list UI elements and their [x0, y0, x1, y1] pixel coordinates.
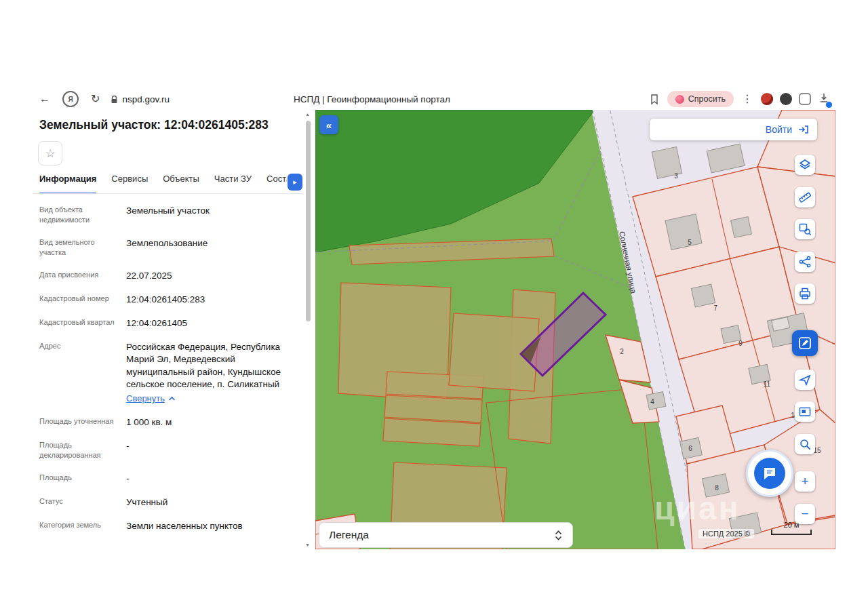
parcel-number: 4 [650, 398, 654, 406]
print-button[interactable] [795, 283, 815, 304]
parcel-info-panel: Земельный участок: 12:04:0261405:283 ☆ И… [33, 110, 312, 549]
ask-label: Спросить [688, 94, 726, 104]
scale-label: 20 м [771, 521, 812, 529]
refresh-icon[interactable]: ↻ [84, 94, 106, 104]
extension-icon[interactable] [799, 93, 811, 105]
parcel-number: 6 [688, 445, 692, 452]
row-label: Кадастровый номер [39, 294, 119, 306]
tab-information[interactable]: Информация [39, 174, 96, 194]
browser-logo-icon[interactable]: Я [62, 91, 79, 107]
info-row: Площадь - [39, 473, 304, 485]
share-button[interactable] [795, 252, 815, 272]
address-bar[interactable]: nspd.gov.ru [111, 94, 170, 104]
bookmark-icon[interactable] [648, 93, 660, 105]
sort-chevrons-icon [554, 530, 563, 541]
magnifier-icon [798, 437, 812, 451]
row-value: 22.07.2025 [126, 270, 297, 282]
panel-title: Земельный участок: 12:04:0261405:283 [33, 110, 312, 133]
parcel-number: 7 [713, 304, 717, 312]
row-value: Земельный участок [126, 205, 297, 226]
login-icon [797, 124, 809, 135]
info-row: Вид объекта недвижимости Земельный участ… [39, 205, 304, 226]
overview-map-button[interactable] [795, 401, 815, 422]
row-label: Категория земель [39, 520, 119, 532]
scroll-up-icon[interactable]: ▲ [305, 112, 310, 117]
row-value: 12:04:0261405:283 [126, 294, 297, 306]
parcel-number: 2 [620, 348, 624, 355]
tabs-divider [33, 193, 304, 194]
chat-fab-button[interactable] [746, 450, 793, 497]
zoom-in-button[interactable]: + [795, 471, 815, 492]
map-container: Солнечная улица циан 3 5 7 2 9 11 4 1 6 … [315, 110, 835, 549]
page-title: НСПД | Геоинформационный портал [294, 88, 450, 110]
row-value: Земли населенных пунктов [126, 520, 297, 532]
url-text: nspd.gov.ru [122, 94, 170, 104]
chevron-right-icon: ▸ [293, 178, 297, 186]
object-search-button[interactable] [795, 219, 815, 239]
tab-objects[interactable]: Объекты [163, 174, 199, 194]
panel-scrollbar[interactable]: ▲ ▼ [304, 111, 311, 548]
row-value: - [126, 473, 297, 485]
print-icon [798, 287, 812, 300]
info-row: Площадь декларированная - [39, 440, 304, 461]
info-row: Категория земель Земли населенных пункто… [39, 520, 304, 532]
info-row: Статус Учтенный [39, 496, 304, 509]
feedback-draw-button[interactable] [792, 330, 818, 356]
row-label: Вид земельного участка [39, 237, 119, 258]
collapse-panel-button[interactable]: « [319, 115, 338, 134]
legend-dropdown[interactable]: Легенда [319, 522, 573, 548]
layers-button[interactable] [795, 155, 815, 175]
share-icon [798, 255, 812, 269]
navigation-arrow-icon [798, 373, 812, 387]
row-value: Землепользование [126, 237, 297, 258]
collapse-address-link[interactable]: Свернуть [126, 393, 165, 405]
object-search-icon [798, 222, 812, 236]
back-icon[interactable]: ← [33, 94, 57, 104]
scrollbar-thumb[interactable] [306, 121, 311, 321]
map-attribution: НСПД 2025 © [698, 529, 754, 538]
tabs-next-button[interactable]: ▸ [288, 174, 302, 191]
locate-button[interactable] [795, 370, 815, 390]
overview-map-icon [798, 405, 812, 418]
tab-composition[interactable]: Соста [267, 174, 287, 194]
row-label: Статус [39, 496, 119, 509]
info-row-address: Адрес Российская Федерация, Республика М… [39, 341, 304, 404]
ruler-icon [798, 191, 812, 204]
info-rows: Вид объекта недвижимости Земельный участ… [39, 205, 304, 544]
info-row: Площадь уточненная 1 000 кв. м [39, 416, 304, 429]
row-value: 12:04:0261405 [126, 317, 297, 330]
info-row: Вид земельного участка Землепользование [39, 237, 304, 258]
browser-window: ← Я ↻ nspd.gov.ru НСПД | Геоинформационн… [33, 88, 835, 549]
row-label: Дата присвоения [39, 270, 119, 282]
parcel-number: 9 [738, 340, 743, 347]
chat-bubble-icon [762, 465, 778, 481]
address-value: Российская Федерация, Республика Марий Э… [126, 342, 281, 389]
tab-parts[interactable]: Части ЗУ [214, 174, 252, 194]
scale-bar: 20 м [771, 521, 812, 535]
info-row: Дата присвоения 22.07.2025 [39, 270, 304, 282]
parcel-number: 1 [791, 412, 795, 419]
legend-label: Легенда [329, 529, 369, 541]
parcel-number: 8 [715, 484, 719, 492]
extension-icon[interactable] [780, 93, 792, 105]
parcel-number: 5 [688, 239, 692, 246]
info-row: Кадастровый номер 12:04:0261405:283 [39, 294, 304, 306]
layers-icon [798, 158, 812, 172]
ask-button[interactable]: Спросить [667, 91, 734, 107]
measure-button[interactable] [795, 187, 815, 207]
row-label: Кадастровый квартал [39, 317, 119, 330]
extension-icon[interactable] [761, 93, 773, 105]
login-button[interactable]: Войти [650, 119, 817, 140]
tab-bar: Информация Сервисы Объекты Части ЗУ Сост… [39, 174, 287, 194]
favorite-button[interactable]: ☆ [38, 141, 62, 165]
row-value: 1 000 кв. м [126, 416, 297, 429]
row-label: Вид объекта недвижимости [39, 205, 119, 226]
menu-dots-icon[interactable]: ⋮ [741, 94, 754, 104]
scale-line [771, 530, 812, 535]
zoom-area-button[interactable] [795, 434, 815, 454]
downloads-icon[interactable] [818, 92, 830, 106]
row-value: Учтенный [126, 496, 297, 509]
tab-services[interactable]: Сервисы [111, 174, 148, 194]
scroll-down-icon[interactable]: ▼ [305, 542, 310, 547]
row-value: - [126, 440, 297, 461]
